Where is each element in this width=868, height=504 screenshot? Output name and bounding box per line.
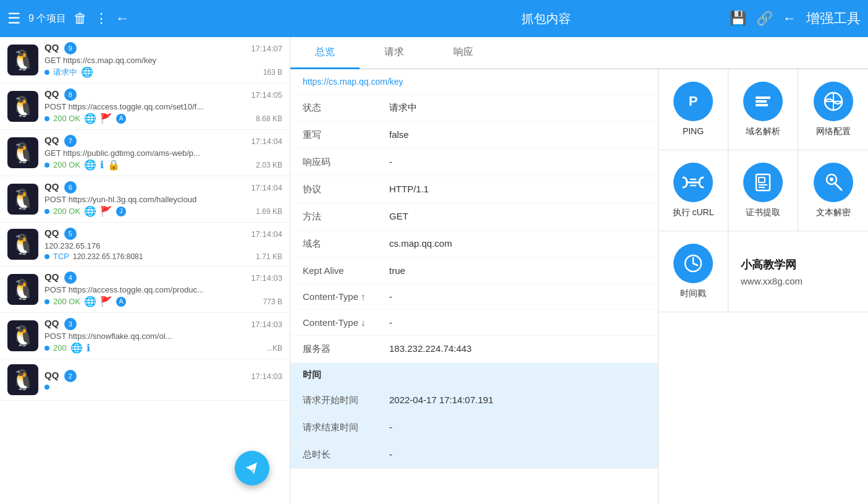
list-item[interactable]: 🐧 QQ 9 17:14:07 GET https://cs.map.qq.co… [0,37,290,83]
app-name: QQ [44,42,59,53]
save-icon[interactable]: 💾 [730,11,746,27]
packet-info: QQ 7 17:14:04 GET https://public.gdtimg.… [44,135,282,171]
label-server: 服务器 [303,343,389,355]
list-item[interactable]: 🐧 QQ 2 17:14:03 [0,359,290,401]
avatar: 🐧 [7,320,38,351]
tool-timestamp[interactable]: 时间戳 [659,231,728,312]
detail-row: Content-Type ↓ - [290,310,658,336]
time-start-row: 请求开始时间 2022-04-17 17:14:07.191 [290,387,658,414]
tab-overview[interactable]: 总览 [290,37,360,69]
telegram-fab[interactable] [235,451,269,485]
tool-ping[interactable]: P PING [659,69,728,150]
globe-icon: 🌐 [84,205,96,217]
delete-icon[interactable]: 🗑 [74,11,87,27]
decrypt-icon [814,163,853,202]
value-rewrite: false [389,129,409,140]
value-content-type-up: - [389,291,392,302]
status-dot [44,163,49,168]
network-config-icon [814,82,853,121]
tab-response[interactable]: 响应 [429,37,498,69]
timestamp-label: 时间戳 [680,288,706,299]
svg-point-14 [830,177,833,181]
curl-label: 执行 cURL [673,207,714,218]
tool-panel: P PING 域名解析 [658,69,868,504]
url-line: POST https://snowflake.qq.com/ol... [44,331,282,341]
globe-icon: 🌐 [84,159,96,171]
tool-dns[interactable]: 域名解析 [728,69,798,150]
list-item[interactable]: 🐧 QQ 8 17:14:05 POST https://access.togg… [0,83,290,130]
size-text: 773 B [263,297,282,306]
enhance-tools-label[interactable]: 增强工具 [806,9,861,28]
tool-network-config[interactable]: 网络配置 [798,69,868,150]
tabs: 总览 请求 响应 [290,37,868,69]
tool-curl[interactable]: 执行 cURL [659,150,728,231]
value-status: 请求中 [389,102,417,114]
timestamp: 17:14:07 [251,44,282,53]
cert-icon [743,163,783,202]
ping-icon: P [673,82,713,121]
main-layout: 🐧 QQ 9 17:14:07 GET https://cs.map.qq.co… [0,37,868,504]
page-title: 抓包内容 [369,11,724,27]
detail-content: https://cs.map.qq.com/key 状态 请求中 重写 fals… [290,69,658,504]
app-name: QQ [44,135,59,145]
size-text: ...KB [266,344,282,352]
packet-info: QQ 8 17:14:05 POST https://access.toggle… [44,88,282,124]
value-end-time: - [389,422,392,432]
back2-icon[interactable]: ← [783,11,796,27]
label-total-time: 总时长 [303,449,389,461]
list-item[interactable]: 🐧 QQ 3 17:14:03 POST https://snowflake.q… [0,313,290,359]
status-dot [44,385,49,390]
ip-port: 120.232.65.176:8081 [73,252,143,261]
detail-row: 协议 HTTP/1.1 [290,176,658,203]
globe-icon: 🌐 [84,296,96,307]
label-status: 状态 [303,102,389,114]
back-icon[interactable]: ← [116,11,129,27]
app-name: QQ [44,318,59,328]
label-kept-alive: Kept Alive [303,265,389,276]
badge: 4 [64,271,77,284]
svg-rect-2 [756,104,768,106]
avatar: 🐧 [7,274,38,305]
ping-label: PING [683,126,704,136]
status-text: 请求中 [53,67,77,78]
list-item[interactable]: 🐧 QQ 5 17:14:04 120.232.65.176 TCP 120.2… [0,223,290,267]
menu-icon[interactable]: ☰ [7,10,21,27]
tool-cert[interactable]: 证书提取 [728,150,798,231]
info-icon: ℹ [100,159,104,171]
tool-decrypt[interactable]: 文本解密 [798,150,868,231]
dns-icon [743,82,783,121]
timestamp: 17:14:04 [251,183,282,192]
topbar: ☰ 9 个项目 🗑 ⋮ ← 抓包内容 💾 🔗 ← 增强工具 [0,0,868,37]
more-icon[interactable]: ⋮ [95,11,108,27]
list-item[interactable]: 🐧 QQ 6 17:14:04 POST https://yun-hl.3g.q… [0,176,290,223]
promo-url: www.xx8g.com [741,276,803,286]
size-text: 2.03 KB [256,161,282,169]
packet-info: QQ 9 17:14:07 GET https://cs.map.qq.com/… [44,42,282,78]
info-icon: ℹ [86,342,90,354]
detail-row: Kept Alive true [290,258,658,284]
globe-icon: 🌐 [70,342,83,354]
packet-info: QQ 6 17:14:04 POST https://yun-hl.3g.qq.… [44,181,282,217]
size-text: 1.69 KB [256,207,282,216]
svg-line-13 [835,183,841,190]
list-item[interactable]: 🐧 QQ 7 17:14:04 GET https://public.gdtim… [0,130,290,176]
lock-icon: 🔒 [107,159,120,171]
label-response-code: 响应码 [303,156,389,168]
app-name: QQ [44,181,59,192]
tab-request[interactable]: 请求 [360,37,429,69]
label-protocol: 协议 [303,184,389,195]
value-server: 183.232.224.74:443 [389,343,471,354]
url-line: POST https://access.toggle.qq.com/set10/… [44,102,282,111]
list-item[interactable]: 🐧 QQ 4 17:14:03 POST https://access.togg… [0,267,290,313]
svg-rect-9 [759,177,765,182]
url-line: POST https://access.toggle.qq.com/produc… [44,285,282,294]
badge: 3 [64,318,77,330]
url-line: GET https://public.gdtimg.com/ams-web/p.… [44,148,282,158]
value-content-type-down: - [389,317,392,328]
url-line: POST https://yun-hl.3g.qq.com/halleyclou… [44,195,282,204]
flag-icon: 🚩 [100,296,112,307]
timestamp-icon [673,244,713,283]
size-text: 8.68 KB [256,114,282,123]
share-icon[interactable]: 🔗 [756,11,773,27]
status-dot [44,299,49,304]
